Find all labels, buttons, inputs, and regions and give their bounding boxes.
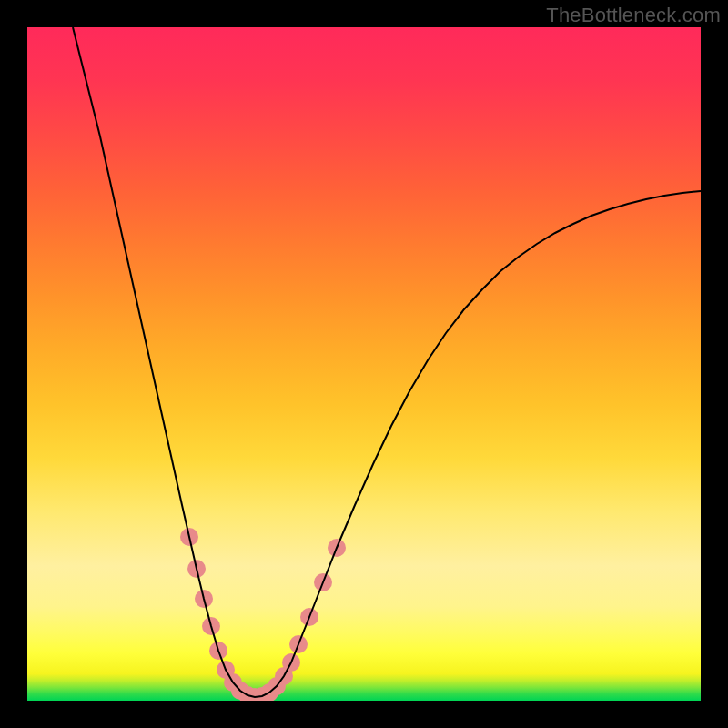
chart-frame: TheBottleneck.com bbox=[0, 0, 728, 728]
plot-area bbox=[27, 27, 701, 701]
dots-layer bbox=[180, 528, 346, 701]
watermark-text: TheBottleneck.com bbox=[546, 4, 721, 27]
v-curve bbox=[73, 27, 701, 697]
chart-svg bbox=[27, 27, 701, 701]
